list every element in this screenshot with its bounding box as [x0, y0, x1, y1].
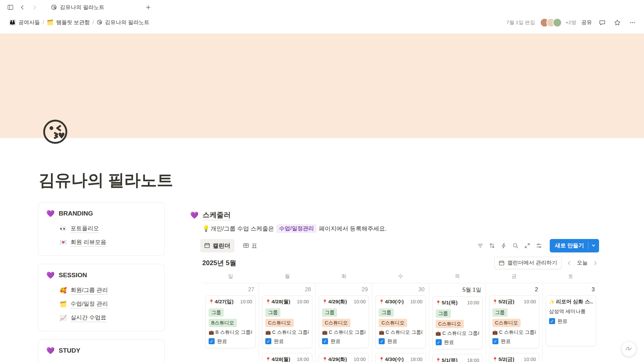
event-card[interactable]: 📍5/1(목)18:00 그룹: [432, 354, 483, 362]
search-icon[interactable]: [513, 243, 519, 249]
today-button[interactable]: 오늘: [577, 259, 588, 266]
breadcrumb-template-archive[interactable]: 🗂️ 템플릿 보관함: [44, 18, 92, 27]
page-cover[interactable]: [0, 34, 644, 138]
event-card[interactable]: 📍4/28(월)10:00 그룹 C스튜디오 💼C 스튜디오 그룹레슨 ✓완료: [262, 295, 312, 348]
more-options-icon[interactable]: [627, 17, 637, 27]
tag-group: 그룹: [265, 308, 280, 317]
sort-icon[interactable]: [489, 243, 495, 249]
event-card[interactable]: 📍5/1(목)10:00 그룹 C스튜디오 💼C 스튜디오 그룹레슨 ✓완료: [432, 296, 483, 349]
workspace-icon: 👪: [9, 20, 16, 25]
event-time: 10:00: [354, 357, 366, 362]
check-mark: ✓: [323, 339, 327, 344]
callout-text: 개인/그룹 수업 스케줄은: [210, 225, 274, 233]
event-card[interactable]: 📍4/29(화)10:00 그룹 C스튜디오 💼C 스튜디오 그룹레슨 ✓완료: [319, 295, 369, 348]
nav-item-portfolio[interactable]: 👀 포트폴리오: [60, 222, 156, 236]
event-title: 4/28(월): [271, 356, 296, 362]
callout-text: 페이지에서 등록해주세요.: [319, 225, 387, 233]
view-tab-table[interactable]: 표: [239, 239, 262, 252]
tab-title: 김유나의 필라노트: [60, 4, 104, 11]
view-settings-icon[interactable]: [536, 243, 542, 249]
event-card-seminar[interactable]: ✨리포머 심화 스... 삼성역 세미나룸 ✓완료: [546, 295, 596, 346]
database-views-row: 캘린더 표: [200, 238, 599, 253]
card-header: 💜 BRANDING: [46, 210, 156, 217]
event-card[interactable]: 📍4/30(수)10:00 그룹 C스튜디오 💼C 스튜디오 그룹레슨 ✓완료: [375, 295, 426, 348]
checkbox-checked[interactable]: ✓: [209, 338, 215, 344]
page-tab[interactable]: 😘 김유나의 필라노트: [51, 4, 104, 11]
event-time: 18:00: [297, 357, 309, 362]
nav-item-members[interactable]: 🥰 회원/그룹 관리: [60, 284, 156, 297]
pin-icon: 📍: [379, 357, 384, 362]
event-card[interactable]: 📍5/2(금)10:00 그룹: [489, 353, 539, 362]
extra-members-label[interactable]: +2명: [566, 19, 576, 26]
breadcrumb-workspace[interactable]: 👪 공여사들: [7, 18, 42, 27]
weekday-label: 일: [202, 273, 259, 283]
nav-item-reviews[interactable]: 💌 회원 리뷰모음: [60, 236, 156, 249]
check-mark: ✓: [380, 339, 384, 344]
prev-month-icon[interactable]: [566, 259, 573, 267]
day-number: 27: [202, 283, 259, 295]
pin-icon: 📍: [436, 358, 441, 362]
event-title: 리포머 심화 스...: [556, 298, 593, 305]
page-mention-tag[interactable]: 수업/일정관리: [276, 224, 317, 233]
back-icon[interactable]: [17, 2, 28, 12]
card-index-icon: 🗂️: [60, 301, 67, 307]
checkbox-checked[interactable]: ✓: [549, 318, 555, 324]
event-time: 10:00: [524, 299, 536, 304]
checkbox-checked[interactable]: ✓: [265, 338, 271, 344]
favorite-star-icon[interactable]: [612, 17, 622, 27]
weekday-label: 금: [486, 273, 542, 283]
checkbox-checked[interactable]: ✓: [379, 338, 385, 344]
new-tab-icon[interactable]: [143, 2, 153, 12]
event-title: 5/2(금): [498, 298, 523, 305]
next-month-icon[interactable]: [592, 259, 599, 267]
event-card[interactable]: 📍5/2(금)10:00 그룹 C스튜디오 💼C 스튜디오 그룹레슨 ✓완료: [489, 295, 539, 348]
event-card[interactable]: 📍4/28(월)18:00 그룹: [262, 353, 312, 362]
member-avatars[interactable]: [540, 18, 562, 27]
scheduler-title[interactable]: 스케줄러: [203, 210, 231, 220]
scheduler-header: 💜 스케줄러: [190, 210, 605, 220]
checkbox-checked[interactable]: ✓: [492, 338, 498, 344]
nav-item-tuition[interactable]: 📈 실시간 수업료: [60, 311, 156, 325]
filter-icon[interactable]: [477, 243, 483, 249]
new-entry-button[interactable]: 새로 만들기: [550, 239, 599, 252]
weekday-label: 수: [372, 273, 429, 283]
topbar-actions: 7월 1일 편집 +2명 공유: [506, 17, 637, 27]
breadcrumb-current-page[interactable]: 😘 김유나의 필라노트: [94, 18, 152, 27]
done-label: 완료: [274, 338, 284, 345]
event-time: 10:00: [354, 299, 366, 304]
view-tab-calendar[interactable]: 캘린더: [200, 239, 234, 252]
chevron-down-icon[interactable]: [591, 243, 599, 248]
lesson-name: C 스튜디오 그룹레슨: [329, 329, 366, 336]
member-avatar[interactable]: [553, 18, 562, 27]
calendar-day-sat: 3 ✨리포머 심화 스... 삼성역 세미나룸 ✓완료 📍5/3(토)10:00…: [542, 283, 599, 362]
automation-lightning-icon[interactable]: [501, 243, 507, 249]
manage-in-calendar-button[interactable]: 캘린더에서 관리하기: [494, 257, 561, 269]
nav-item-movements[interactable]: 🧘‍♀️ 동작/일러스트: [60, 359, 156, 362]
pin-icon: 📍: [379, 299, 384, 304]
checkbox-checked[interactable]: ✓: [322, 338, 328, 344]
page-title: 김유나의 필라노트: [39, 170, 644, 190]
weekday-label: 월: [259, 273, 316, 283]
share-button[interactable]: 공유: [581, 19, 592, 26]
event-card[interactable]: 📍4/30(수)18:00 그룹: [375, 353, 426, 362]
event-card[interactable]: 📍4/27(일)10:00 그룹 B스튜디오 💼B 스튜디오 그룹레슨 ✓완료: [205, 295, 256, 348]
done-label: 완료: [501, 338, 511, 345]
page-icon[interactable]: 😘: [41, 119, 69, 146]
weekday-label: 토: [542, 273, 599, 283]
ai-assistant-button[interactable]: [621, 341, 637, 357]
calendar-month-row: 2025년 5월 캘린더에서 관리하기 오늘: [202, 257, 599, 269]
database-toolbar: 새로 만들기: [477, 239, 599, 252]
event-title: 4/27(일): [215, 298, 239, 305]
table-icon: [243, 243, 249, 248]
comments-icon[interactable]: [597, 17, 607, 27]
event-title: 4/30(수): [385, 298, 409, 305]
nav-item-schedule-admin[interactable]: 🗂️ 수업/일정 관리: [60, 297, 156, 311]
forward-icon[interactable]: [30, 2, 40, 12]
nav-item-label: 회원 리뷰모음: [70, 238, 106, 247]
event-time: 10:00: [297, 299, 309, 304]
event-card[interactable]: 📍4/29(화)10:00 그룹: [319, 353, 369, 362]
sidebar-toggle-icon[interactable]: [5, 2, 15, 12]
expand-icon[interactable]: [524, 243, 530, 249]
tag-studio: B스튜디오: [209, 319, 237, 327]
checkbox-checked[interactable]: ✓: [436, 339, 442, 345]
